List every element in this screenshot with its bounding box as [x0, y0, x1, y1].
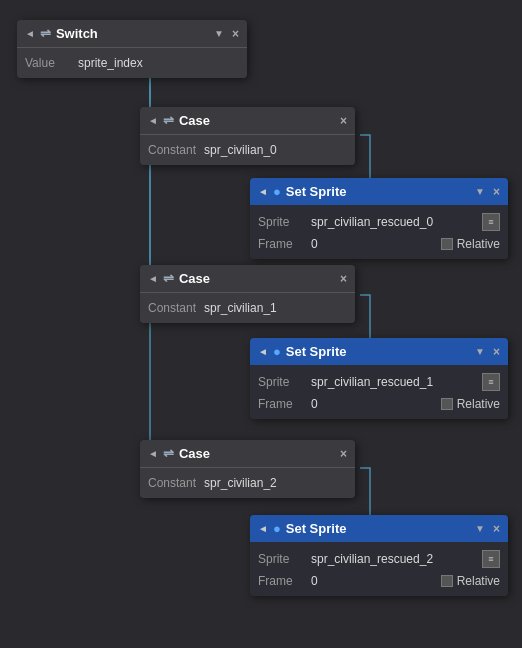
set-sprite-1-header: ◄ ● Set Sprite ▼ × — [250, 178, 508, 205]
set-sprite-3-arrow-icon[interactable]: ◄ — [258, 523, 268, 534]
case-3-arrow-icon[interactable]: ◄ — [148, 448, 158, 459]
case-1-header: ◄ ⇌ Case × — [140, 107, 355, 135]
set-sprite-2-frame-value: 0 — [311, 397, 318, 411]
switch-close-button[interactable]: × — [232, 28, 239, 40]
set-sprite-1-arrow-down[interactable]: ▼ — [475, 186, 485, 198]
case-3-title: Case — [179, 446, 210, 461]
case-node-3-inner: ◄ ⇌ Case × Constant spr_civilian_2 — [140, 440, 355, 498]
switch-value-row: Value sprite_index — [25, 53, 239, 73]
case-1-close-button[interactable]: × — [340, 115, 347, 127]
set-sprite-3-relative-checkbox[interactable] — [441, 575, 453, 587]
case-1-label: Constant — [148, 143, 196, 157]
set-sprite-3-frame-row: Frame 0 Relative — [258, 571, 500, 591]
set-sprite-1-frame-value: 0 — [311, 237, 318, 251]
set-sprite-1-frame-label: Frame — [258, 237, 303, 251]
set-sprite-1-sprite-value: spr_civilian_rescued_0 — [311, 215, 433, 229]
case-2-body: Constant spr_civilian_1 — [140, 293, 355, 323]
set-sprite-3-sprite-value: spr_civilian_rescued_2 — [311, 552, 433, 566]
case-3-body: Constant spr_civilian_2 — [140, 468, 355, 498]
case-1-value: spr_civilian_0 — [204, 143, 277, 157]
case-2-icon: ⇌ — [163, 271, 174, 286]
set-sprite-3-sprite-label: Sprite — [258, 552, 303, 566]
set-sprite-3-arrow-down[interactable]: ▼ — [475, 523, 485, 535]
case-3-value: spr_civilian_2 — [204, 476, 277, 490]
set-sprite-node-1: ◄ ● Set Sprite ▼ × Sprite spr_civilian_r… — [250, 178, 508, 259]
set-sprite-2-file-icon[interactable]: ≡ — [482, 373, 500, 391]
case-1-arrow-icon[interactable]: ◄ — [148, 115, 158, 126]
set-sprite-2-arrow-down[interactable]: ▼ — [475, 346, 485, 358]
set-sprite-3-frame-label: Frame — [258, 574, 303, 588]
set-sprite-node-2: ◄ ● Set Sprite ▼ × Sprite spr_civilian_r… — [250, 338, 508, 419]
set-sprite-3-relative-label: Relative — [457, 574, 500, 588]
set-sprite-1-relative-label: Relative — [457, 237, 500, 251]
set-sprite-3-frame-value: 0 — [311, 574, 318, 588]
set-sprite-3-file-icon[interactable]: ≡ — [482, 550, 500, 568]
switch-node-inner: ◄ ⇌ Switch ▼ × Value sprite_index — [17, 20, 247, 78]
set-sprite-2-sprite-row: Sprite spr_civilian_rescued_1 ≡ — [258, 370, 500, 394]
case-node-2-inner: ◄ ⇌ Case × Constant spr_civilian_1 — [140, 265, 355, 323]
set-sprite-2-sprite-label: Sprite — [258, 375, 303, 389]
case-2-arrow-icon[interactable]: ◄ — [148, 273, 158, 284]
set-sprite-2-relative-checkbox[interactable] — [441, 398, 453, 410]
set-sprite-3-header: ◄ ● Set Sprite ▼ × — [250, 515, 508, 542]
switch-value: sprite_index — [78, 56, 143, 70]
set-sprite-1-frame-row: Frame 0 Relative — [258, 234, 500, 254]
case-node-1: ◄ ⇌ Case × Constant spr_civilian_0 — [140, 107, 355, 165]
set-sprite-3-body: Sprite spr_civilian_rescued_2 ≡ Frame 0 … — [250, 542, 508, 596]
set-sprite-1-relative-checkbox[interactable] — [441, 238, 453, 250]
case-node-1-inner: ◄ ⇌ Case × Constant spr_civilian_0 — [140, 107, 355, 165]
case-2-label: Constant — [148, 301, 196, 315]
set-sprite-3-icon: ● — [273, 521, 281, 536]
case-3-close-button[interactable]: × — [340, 448, 347, 460]
set-sprite-1-inner: ◄ ● Set Sprite ▼ × Sprite spr_civilian_r… — [250, 178, 508, 259]
case-3-label: Constant — [148, 476, 196, 490]
set-sprite-1-arrow-icon[interactable]: ◄ — [258, 186, 268, 197]
set-sprite-1-sprite-label: Sprite — [258, 215, 303, 229]
case-2-close-button[interactable]: × — [340, 273, 347, 285]
case-2-value-row: Constant spr_civilian_1 — [148, 298, 347, 318]
switch-node-header: ◄ ⇌ Switch ▼ × — [17, 20, 247, 48]
set-sprite-3-close-button[interactable]: × — [493, 523, 500, 535]
set-sprite-1-close-button[interactable]: × — [493, 186, 500, 198]
case-3-value-row: Constant spr_civilian_2 — [148, 473, 347, 493]
switch-node-body: Value sprite_index — [17, 48, 247, 78]
set-sprite-2-close-button[interactable]: × — [493, 346, 500, 358]
set-sprite-2-icon: ● — [273, 344, 281, 359]
switch-arrow-icon[interactable]: ◄ — [25, 28, 35, 39]
case-3-header: ◄ ⇌ Case × — [140, 440, 355, 468]
case-node-2: ◄ ⇌ Case × Constant spr_civilian_1 — [140, 265, 355, 323]
set-sprite-2-header: ◄ ● Set Sprite ▼ × — [250, 338, 508, 365]
switch-title: Switch — [56, 26, 98, 41]
set-sprite-2-frame-row: Frame 0 Relative — [258, 394, 500, 414]
set-sprite-1-title: Set Sprite — [286, 184, 347, 199]
set-sprite-2-inner: ◄ ● Set Sprite ▼ × Sprite spr_civilian_r… — [250, 338, 508, 419]
case-1-title: Case — [179, 113, 210, 128]
set-sprite-3-inner: ◄ ● Set Sprite ▼ × Sprite spr_civilian_r… — [250, 515, 508, 596]
set-sprite-node-3: ◄ ● Set Sprite ▼ × Sprite spr_civilian_r… — [250, 515, 508, 596]
set-sprite-2-arrow-icon[interactable]: ◄ — [258, 346, 268, 357]
switch-value-label: Value — [25, 56, 70, 70]
set-sprite-3-title: Set Sprite — [286, 521, 347, 536]
set-sprite-2-sprite-value: spr_civilian_rescued_1 — [311, 375, 433, 389]
set-sprite-2-title: Set Sprite — [286, 344, 347, 359]
set-sprite-1-file-icon[interactable]: ≡ — [482, 213, 500, 231]
set-sprite-2-body: Sprite spr_civilian_rescued_1 ≡ Frame 0 … — [250, 365, 508, 419]
case-1-icon: ⇌ — [163, 113, 174, 128]
case-1-value-row: Constant spr_civilian_0 — [148, 140, 347, 160]
switch-arrow-down[interactable]: ▼ — [214, 28, 224, 40]
case-2-title: Case — [179, 271, 210, 286]
case-1-body: Constant spr_civilian_0 — [140, 135, 355, 165]
switch-node: ◄ ⇌ Switch ▼ × Value sprite_index — [17, 20, 247, 78]
set-sprite-3-sprite-row: Sprite spr_civilian_rescued_2 ≡ — [258, 547, 500, 571]
case-node-3: ◄ ⇌ Case × Constant spr_civilian_2 — [140, 440, 355, 498]
set-sprite-1-sprite-row: Sprite spr_civilian_rescued_0 ≡ — [258, 210, 500, 234]
switch-icon: ⇌ — [40, 26, 51, 41]
set-sprite-2-frame-label: Frame — [258, 397, 303, 411]
set-sprite-1-icon: ● — [273, 184, 281, 199]
case-3-icon: ⇌ — [163, 446, 174, 461]
case-2-header: ◄ ⇌ Case × — [140, 265, 355, 293]
set-sprite-1-body: Sprite spr_civilian_rescued_0 ≡ Frame 0 … — [250, 205, 508, 259]
set-sprite-2-relative-label: Relative — [457, 397, 500, 411]
case-2-value: spr_civilian_1 — [204, 301, 277, 315]
